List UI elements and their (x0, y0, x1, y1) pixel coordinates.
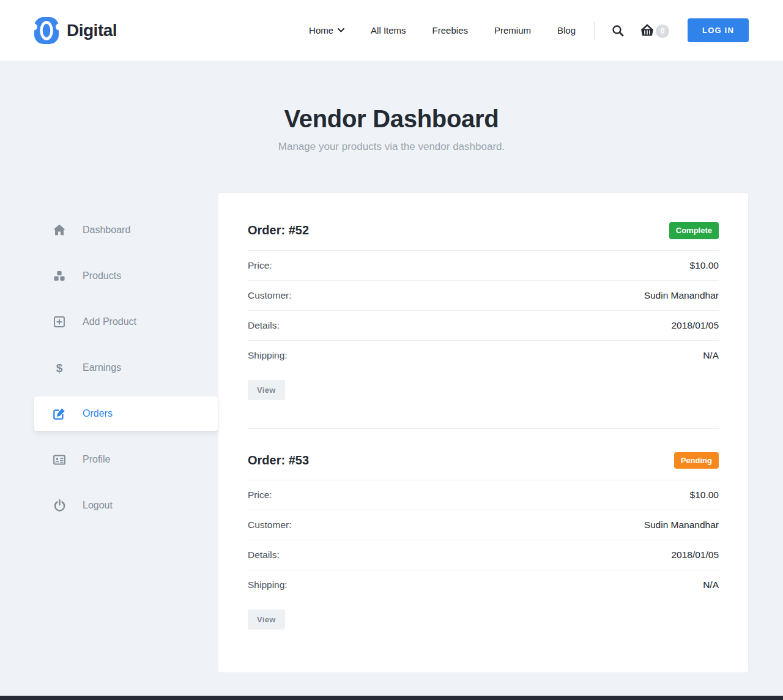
nav-item-home[interactable]: Home (309, 25, 344, 35)
sidebar-item-label: Dashboard (83, 225, 130, 236)
footer-bar (0, 696, 783, 700)
order-row-value: 2018/01/05 (671, 320, 719, 331)
hero-section: Vendor Dashboard Manage your products vi… (0, 61, 783, 192)
sidebar-item-earnings[interactable]: $ Earnings (34, 351, 218, 385)
order-card: Order: #52 Complete Price: $10.00 Custom… (248, 222, 719, 400)
edit-icon (53, 408, 65, 420)
sidebar-item-label: Logout (83, 500, 113, 511)
view-order-button[interactable]: View (248, 609, 285, 630)
order-row-value: $10.00 (690, 490, 719, 501)
order-row: Shipping: N/A (248, 570, 719, 600)
dollar-icon: $ (53, 362, 65, 374)
search-icon[interactable] (612, 24, 624, 37)
main-nav: Home All Items Freebies Premium Blog (309, 25, 576, 35)
basket-icon (640, 24, 655, 37)
order-row-value: Sudin Manandhar (644, 519, 719, 531)
status-badge: Complete (669, 222, 719, 239)
brand-name: Digital (67, 21, 117, 40)
page-subtitle: Manage your products via the vendor dash… (0, 141, 783, 153)
order-row-value: $10.00 (690, 260, 719, 271)
sidebar-item-label: Products (83, 270, 121, 281)
order-row-label: Details: (248, 549, 280, 560)
sidebar-item-orders[interactable]: Orders (34, 397, 218, 431)
brand-logo[interactable]: Digital (34, 17, 117, 44)
sidebar-item-label: Add Product (83, 316, 136, 327)
cart-button[interactable]: 0 (640, 23, 669, 38)
nav-item-all-items[interactable]: All Items (371, 25, 406, 35)
nav-item-premium[interactable]: Premium (494, 25, 531, 35)
login-button[interactable]: LOG IN (688, 18, 749, 42)
vendor-sidebar: Dashboard Products Add Product (34, 213, 218, 534)
order-row: Price: $10.00 (248, 480, 719, 510)
power-icon (53, 499, 65, 512)
nav-item-freebies[interactable]: Freebies (432, 25, 468, 35)
sidebar-item-label: Orders (83, 408, 113, 419)
order-row-value: N/A (703, 579, 719, 590)
order-row: Details: 2018/01/05 (248, 311, 719, 341)
home-icon (53, 225, 65, 236)
nav-item-blog[interactable]: Blog (557, 25, 576, 35)
view-order-button[interactable]: View (248, 380, 285, 400)
sidebar-item-logout[interactable]: Logout (34, 488, 218, 523)
sidebar-item-label: Profile (83, 454, 110, 465)
cubes-icon (53, 270, 65, 281)
id-card-icon (53, 455, 65, 465)
page-title: Vendor Dashboard (0, 105, 783, 133)
sidebar-item-add-product[interactable]: Add Product (34, 305, 218, 339)
order-row-label: Customer: (248, 290, 292, 301)
order-row-label: Shipping: (248, 579, 288, 590)
order-row-label: Details: (248, 320, 280, 331)
order-row-label: Price: (248, 490, 272, 501)
order-row: Shipping: N/A (248, 341, 719, 370)
sidebar-item-label: Earnings (83, 362, 121, 373)
top-navbar: Digital Home All Items Freebies Premium … (0, 0, 783, 61)
order-title: Order: #53 (248, 453, 309, 467)
digital-logo-icon (34, 17, 59, 44)
status-badge: Pending (674, 452, 719, 469)
order-row-label: Price: (248, 260, 272, 271)
nav-divider (594, 21, 595, 40)
order-row: Details: 2018/01/05 (248, 540, 719, 570)
sidebar-item-products[interactable]: Products (34, 259, 218, 293)
order-row: Customer: Sudin Manandhar (248, 510, 719, 540)
cart-count-badge: 0 (656, 24, 669, 38)
orders-panel: Order: #52 Complete Price: $10.00 Custom… (218, 192, 749, 673)
sidebar-item-dashboard[interactable]: Dashboard (34, 213, 218, 247)
order-row-label: Shipping: (248, 350, 288, 361)
order-row-label: Customer: (248, 519, 292, 531)
order-row-value: Sudin Manandhar (644, 290, 719, 301)
sidebar-item-profile[interactable]: Profile (34, 442, 218, 477)
order-divider (248, 428, 719, 429)
dashboard-layout: Dashboard Products Add Product (0, 192, 783, 673)
order-row-value: N/A (703, 350, 719, 361)
order-card: Order: #53 Pending Price: $10.00 Custome… (248, 452, 719, 630)
order-header: Order: #53 Pending (248, 452, 719, 481)
order-row: Customer: Sudin Manandhar (248, 281, 719, 311)
order-row: Price: $10.00 (248, 251, 719, 281)
chevron-down-icon (338, 28, 344, 32)
order-title: Order: #52 (248, 223, 309, 237)
order-header: Order: #52 Complete (248, 222, 719, 251)
plus-square-icon (53, 316, 65, 327)
order-row-value: 2018/01/05 (671, 549, 719, 560)
